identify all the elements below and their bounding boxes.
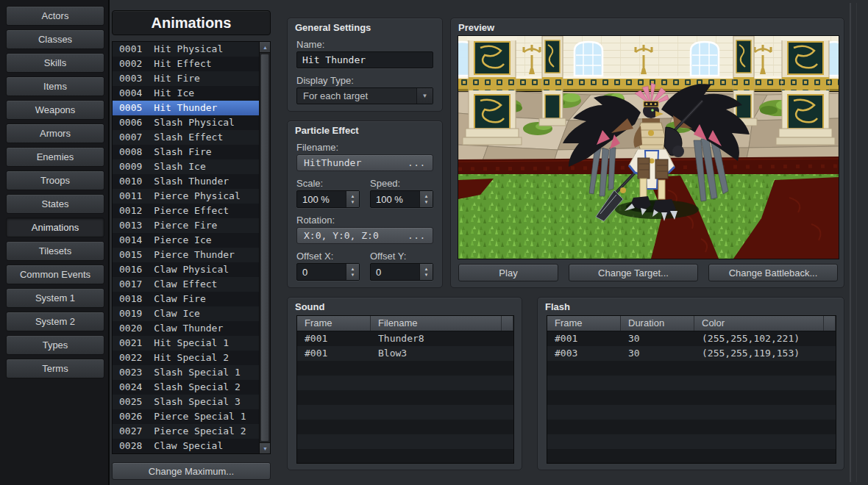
- speed-stepper[interactable]: 100 % ▲▼: [370, 190, 433, 208]
- name-label: Name:: [296, 39, 324, 50]
- table-row[interactable]: #00330(255,255,119,153): [547, 346, 836, 361]
- sidebar-item-troops[interactable]: Troops: [6, 170, 104, 190]
- table-row-empty[interactable]: [297, 449, 513, 464]
- scale-stepper[interactable]: 100 % ▲▼: [296, 190, 360, 208]
- table-row[interactable]: #00130(255,255,102,221): [547, 331, 836, 346]
- list-item-0010[interactable]: 0010Slash Thunder: [113, 174, 259, 189]
- list-item-0003[interactable]: 0003Hit Fire: [113, 71, 259, 86]
- stepper-arrows-icon[interactable]: ▲▼: [419, 264, 433, 280]
- sidebar-item-weapons[interactable]: Weapons: [6, 100, 104, 120]
- sidebar-item-system-2[interactable]: System 2: [6, 312, 104, 331]
- table-row-empty[interactable]: [547, 361, 836, 376]
- list-item-id: 0007: [119, 132, 142, 143]
- play-button[interactable]: Play: [458, 264, 558, 281]
- sidebar-item-animations[interactable]: Animations: [6, 218, 104, 237]
- table-row-empty[interactable]: [297, 405, 513, 420]
- change-maximum-button[interactable]: Change Maximum...: [112, 462, 271, 480]
- column-header-spacer: [824, 316, 836, 331]
- table-row-empty[interactable]: [547, 405, 836, 420]
- sidebar-item-classes[interactable]: Classes: [6, 29, 104, 49]
- change-battleback-button[interactable]: Change Battleback...: [708, 264, 838, 281]
- list-item-0016[interactable]: 0016Claw Physical: [113, 262, 259, 277]
- table-row-empty[interactable]: [297, 361, 513, 376]
- stepper-arrows-icon[interactable]: ▲▼: [419, 191, 433, 207]
- scroll-up-icon[interactable]: ▲: [260, 42, 271, 53]
- list-item-0018[interactable]: 0018Claw Fire: [113, 292, 259, 306]
- sidebar-item-terms[interactable]: Terms: [6, 359, 104, 378]
- offset-y-stepper[interactable]: 0 ▲▼: [370, 263, 433, 281]
- list-item-0006[interactable]: 0006Slash Physical: [113, 115, 259, 130]
- change-target-button[interactable]: Change Target...: [569, 264, 698, 281]
- table-row-empty[interactable]: [547, 434, 836, 449]
- table-row-empty[interactable]: [297, 434, 513, 449]
- stepper-arrows-icon[interactable]: ▲▼: [346, 191, 359, 207]
- list-item-0015[interactable]: 0015Pierce Thunder: [113, 248, 259, 262]
- table-row-empty[interactable]: [297, 420, 513, 434]
- list-item-0002[interactable]: 0002Hit Effect: [113, 57, 259, 71]
- list-item-0024[interactable]: 0024Slash Special 2: [113, 380, 259, 395]
- table-row-empty[interactable]: [547, 449, 836, 464]
- table-cell: [547, 405, 621, 420]
- table-row-empty[interactable]: [297, 390, 513, 405]
- table-row-empty[interactable]: [547, 376, 836, 390]
- list-item-id: 0028: [119, 440, 142, 451]
- list-item-0023[interactable]: 0023Slash Special 1: [113, 365, 259, 380]
- list-item-0028[interactable]: 0028Claw Special: [113, 439, 259, 453]
- sidebar-item-skills[interactable]: Skills: [6, 53, 104, 73]
- filename-field[interactable]: HitThunder ...: [296, 154, 433, 171]
- list-item-0014[interactable]: 0014Pierce Ice: [113, 233, 259, 248]
- sidebar-item-armors[interactable]: Armors: [6, 123, 104, 143]
- rotation-field[interactable]: X:0, Y:0, Z:0 ...: [296, 227, 433, 244]
- list-item-0017[interactable]: 0017Claw Effect: [113, 277, 259, 292]
- sidebar-item-enemies[interactable]: Enemies: [6, 147, 104, 167]
- table-row-empty[interactable]: [547, 390, 836, 405]
- list-item-0009[interactable]: 0009Slash Ice: [113, 159, 259, 174]
- list-item-0012[interactable]: 0012Pierce Effect: [113, 204, 259, 218]
- sidebar-item-types[interactable]: Types: [6, 335, 104, 355]
- speed-label: Speed:: [370, 178, 400, 189]
- list-item-0001[interactable]: 0001Hit Physical: [113, 42, 259, 57]
- flash-table[interactable]: FrameDurationColor#00130(255,255,102,221…: [547, 315, 836, 464]
- ellipsis-icon: ...: [408, 158, 426, 168]
- offset-x-stepper[interactable]: 0 ▲▼: [296, 263, 360, 281]
- sound-table[interactable]: FrameFilename#001Thunder8#001Blow3: [296, 315, 514, 464]
- animations-list[interactable]: 0001Hit Physical0002Hit Effect0003Hit Fi…: [112, 41, 271, 454]
- table-row[interactable]: #001Thunder8: [297, 331, 513, 346]
- sidebar-item-items[interactable]: Items: [6, 76, 104, 96]
- list-scrollbar[interactable]: ▲ ▼: [259, 42, 270, 453]
- scroll-down-icon[interactable]: ▼: [260, 442, 271, 453]
- list-item-0004[interactable]: 0004Hit Ice: [113, 86, 259, 101]
- sidebar-item-common-events[interactable]: Common Events: [6, 265, 104, 284]
- list-item-id: 0002: [119, 58, 142, 69]
- stepper-arrows-icon[interactable]: ▲▼: [346, 264, 359, 280]
- scrollbar-thumb[interactable]: [260, 54, 269, 442]
- sidebar-item-states[interactable]: States: [6, 194, 104, 214]
- list-item-0026[interactable]: 0026Pierce Special 1: [113, 409, 259, 424]
- list-item-0027[interactable]: 0027Pierce Special 2: [113, 424, 259, 439]
- table-row-empty[interactable]: [547, 420, 836, 434]
- table-row[interactable]: #001Blow3: [297, 346, 513, 361]
- list-item-0005[interactable]: 0005Hit Thunder: [113, 101, 259, 115]
- display-type-select[interactable]: For each target ▼: [296, 87, 433, 104]
- list-item-0019[interactable]: 0019Claw Ice: [113, 306, 259, 321]
- list-item-0011[interactable]: 0011Pierce Physical: [113, 189, 259, 204]
- list-item-0007[interactable]: 0007Slash Effect: [113, 130, 259, 145]
- list-item-0013[interactable]: 0013Pierce Fire: [113, 218, 259, 233]
- table-cell: [371, 405, 502, 420]
- list-item-name: Claw Effect: [154, 279, 217, 290]
- list-item-id: 0004: [119, 87, 142, 98]
- list-item-0008[interactable]: 0008Slash Fire: [113, 145, 259, 159]
- dropdown-arrow-icon[interactable]: ▼: [416, 88, 433, 104]
- sidebar-item-system-1[interactable]: System 1: [6, 288, 104, 308]
- list-item-0025[interactable]: 0025Slash Special 3: [113, 395, 259, 409]
- table-row-empty[interactable]: [297, 376, 513, 390]
- sidebar-item-actors[interactable]: Actors: [6, 6, 104, 26]
- sidebar-item-tilesets[interactable]: Tilesets: [6, 241, 104, 261]
- list-item-0020[interactable]: 0020Claw Thunder: [113, 321, 259, 336]
- list-item-0022[interactable]: 0022Hit Special 2: [113, 351, 259, 365]
- table-cell: [694, 420, 824, 434]
- name-input[interactable]: Hit Thunder: [296, 51, 433, 68]
- list-item-0021[interactable]: 0021Hit Special 1: [113, 336, 259, 351]
- table-cell: [694, 405, 824, 420]
- flash-group: Flash FrameDurationColor#00130(255,255,1…: [537, 297, 844, 470]
